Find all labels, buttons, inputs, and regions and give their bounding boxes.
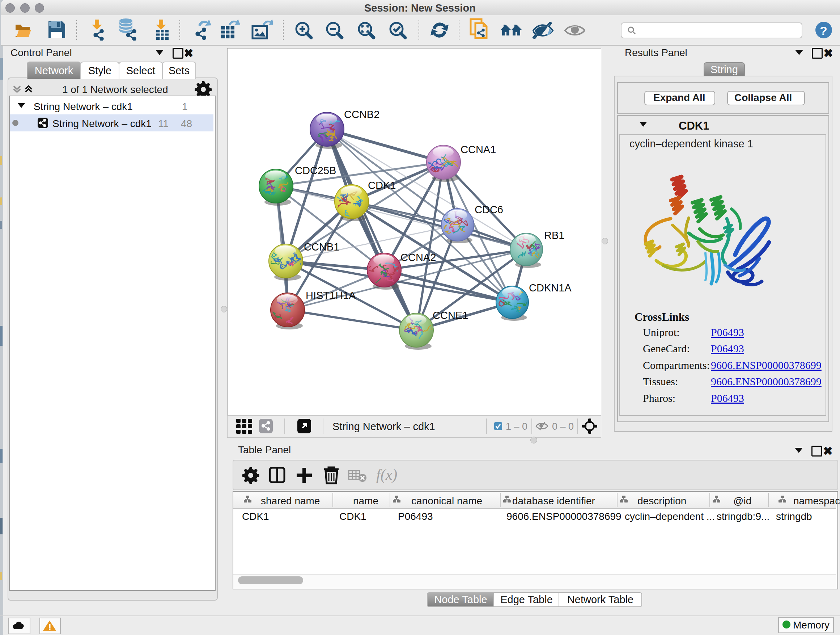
svg-text:CDC25B: CDC25B [295,165,336,176]
svg-text:CDKN1A: CDKN1A [529,282,572,294]
svg-text:CDC6: CDC6 [475,204,503,215]
svg-text:CCNB1: CCNB1 [304,241,339,253]
svg-text:CCNA1: CCNA1 [461,144,496,155]
svg-text:CCNE1: CCNE1 [433,310,468,321]
svg-text:CDK1: CDK1 [368,180,396,191]
svg-text:CCNA2: CCNA2 [401,252,436,263]
svg-text:HIST1H1A: HIST1H1A [306,290,356,301]
svg-text:RB1: RB1 [544,230,564,241]
svg-text:CCNB2: CCNB2 [344,109,379,120]
